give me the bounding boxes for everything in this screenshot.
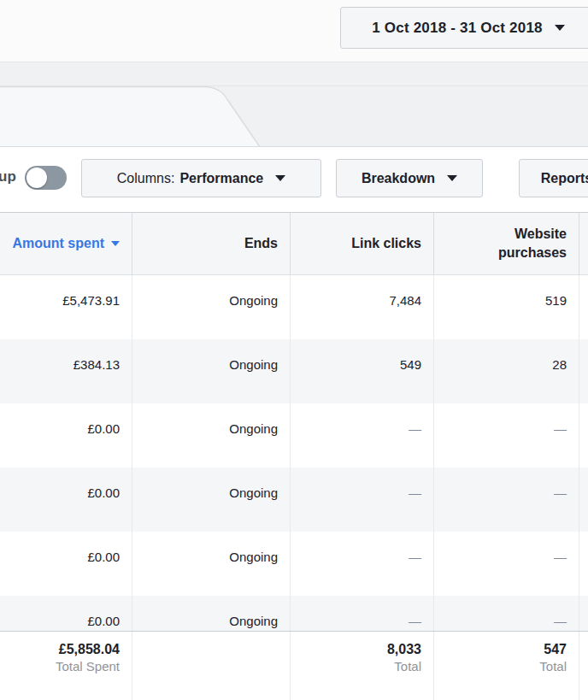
- breakdown-button-label: Breakdown: [362, 171, 435, 186]
- columns-button[interactable]: Columns: Performance: [81, 159, 321, 197]
- cell-amount-spent: £5,473.91: [0, 275, 132, 339]
- cell-link-clicks: 7,484: [291, 275, 434, 339]
- column-header-amount-spent[interactable]: Amount spent: [0, 213, 132, 274]
- cell-website-purchases: 519: [434, 275, 579, 339]
- table-row: £0.00 Ongoing — —: [0, 596, 588, 631]
- cell-website-purchases: —: [434, 596, 579, 631]
- total-website-purchases: 547 Total: [434, 632, 579, 700]
- breakdown-button[interactable]: Breakdown: [336, 159, 483, 197]
- toggle-knob: [26, 168, 47, 188]
- top-bar: 1 Oct 2018 - 31 Oct 2018: [0, 0, 588, 62]
- column-header-partial: [579, 213, 588, 274]
- cell-partial: [579, 339, 588, 403]
- cell-website-purchases: —: [434, 532, 579, 596]
- chevron-down-icon: [275, 175, 285, 181]
- total-ends-empty: [132, 632, 291, 700]
- column-header-link-clicks[interactable]: Link clicks: [291, 213, 434, 274]
- cell-link-clicks: —: [291, 532, 434, 596]
- column-header-ends[interactable]: Ends: [132, 213, 291, 274]
- table-row: £5,473.91 Ongoing 7,484 519: [0, 275, 588, 339]
- table-totals-row: £5,858.04 Total Spent 8,033 Total 547 To…: [0, 631, 588, 700]
- active-tab[interactable]: [0, 86, 273, 146]
- table-row: £384.13 Ongoing 549 28: [0, 339, 588, 403]
- cell-amount-spent: £0.00: [0, 532, 132, 596]
- chevron-down-icon: [555, 25, 565, 31]
- cell-link-clicks: 549: [291, 339, 434, 403]
- date-range-label: 1 Oct 2018 - 31 Oct 2018: [372, 20, 542, 37]
- total-link-clicks: 8,033 Total: [291, 632, 434, 700]
- toolbar: up Columns: Performance Breakdown Report…: [0, 147, 588, 212]
- columns-button-prefix: Columns:: [117, 171, 175, 186]
- cell-website-purchases: 28: [434, 339, 579, 403]
- cell-website-purchases: —: [434, 403, 579, 468]
- cell-link-clicks: —: [291, 403, 434, 468]
- table-header: Amount spent Ends Link clicks Website pu…: [0, 212, 588, 275]
- group-toggle[interactable]: [25, 166, 67, 190]
- cell-partial: [579, 532, 588, 596]
- cell-ends: Ongoing: [132, 532, 291, 596]
- cell-ends: Ongoing: [132, 596, 291, 631]
- table-body: £5,473.91 Ongoing 7,484 519 £384.13 Ongo…: [0, 275, 588, 631]
- tab-band: [0, 85, 588, 147]
- cell-partial: [579, 596, 588, 631]
- group-toggle-label: up: [0, 168, 16, 185]
- cell-ends: Ongoing: [132, 275, 291, 339]
- table-row: £0.00 Ongoing — —: [0, 468, 588, 532]
- reports-button[interactable]: Reports: [519, 159, 588, 197]
- table-row: £0.00 Ongoing — —: [0, 532, 588, 596]
- table-row: £0.00 Ongoing — —: [0, 403, 588, 468]
- cell-link-clicks: —: [291, 468, 434, 532]
- cell-website-purchases: —: [434, 468, 579, 532]
- column-header-website-purchases[interactable]: Website purchases: [434, 213, 579, 274]
- cell-amount-spent: £384.13: [0, 339, 132, 403]
- cell-link-clicks: —: [291, 596, 434, 631]
- cell-ends: Ongoing: [132, 468, 291, 532]
- cell-ends: Ongoing: [132, 403, 291, 468]
- cell-partial: [579, 468, 588, 532]
- date-range-button[interactable]: 1 Oct 2018 - 31 Oct 2018: [340, 7, 588, 49]
- total-partial: [579, 632, 588, 700]
- cell-amount-spent: £0.00: [0, 403, 132, 468]
- band-divider: [0, 62, 588, 85]
- chevron-down-icon: [447, 175, 457, 181]
- reports-button-label: Reports: [541, 171, 588, 186]
- columns-button-value: Performance: [179, 171, 263, 186]
- sort-desc-icon: [111, 241, 120, 246]
- cell-partial: [579, 403, 588, 468]
- cell-amount-spent: £0.00: [0, 596, 132, 631]
- cell-ends: Ongoing: [132, 339, 291, 403]
- cell-amount-spent: £0.00: [0, 468, 132, 532]
- total-amount-spent: £5,858.04 Total Spent: [0, 632, 132, 700]
- cell-partial: [579, 275, 588, 339]
